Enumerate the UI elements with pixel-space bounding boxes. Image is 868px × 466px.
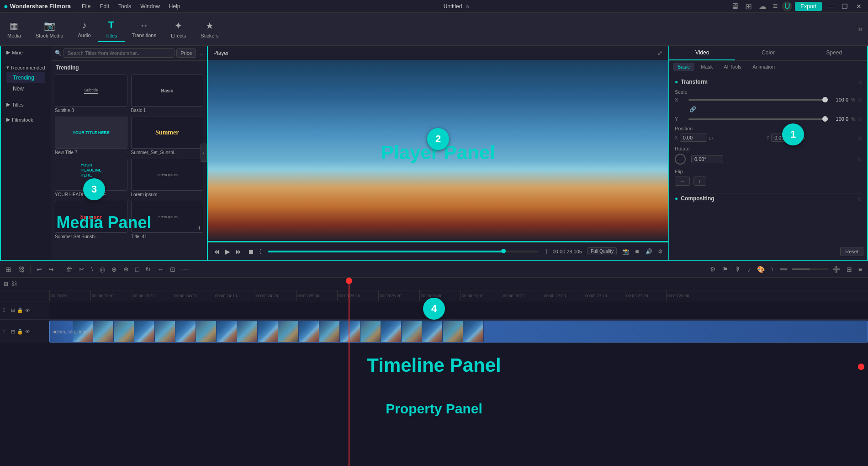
tl-redo[interactable]: ↪ [46,264,56,274]
collapse-media[interactable]: ‹ [201,144,207,162]
volume-icon[interactable]: 🔊 [646,248,652,255]
flip-h-button[interactable]: ↔ [675,177,690,186]
subtab-ai-tools[interactable]: AI Tools [719,63,746,71]
tl-menu[interactable]: ≡ [856,264,864,274]
track-lock-1[interactable]: 🔒 [17,329,23,335]
price-filter[interactable]: Price [176,48,196,58]
tl-group[interactable]: ◎ [97,264,107,274]
minimize-button[interactable]: — [825,3,836,10]
compositing-keyframe[interactable]: ◇ [858,196,862,201]
more-options[interactable]: ... [198,49,203,57]
thumb-subtitle3[interactable]: Subtitle Subtitle 3 [55,75,127,113]
scale-y-slider[interactable] [688,118,825,120]
tab-speed[interactable]: Speed [801,46,867,60]
export-button[interactable]: Export [795,2,822,11]
tool-effects[interactable]: ✦ Effects [164,17,193,41]
tl-add-track[interactable]: ⊞ [4,264,14,274]
track-eye-2[interactable]: 👁 [25,308,30,313]
progress-bar[interactable] [268,251,538,252]
zoom-out[interactable]: ➖ [778,264,790,274]
thumb-newtitle7[interactable]: YOUR TITLE HERE New Title 7 [55,117,127,155]
sidebar-new[interactable]: New [6,83,45,94]
transform-toggle[interactable]: ● [675,79,678,85]
rotate-keyframe[interactable]: ◇ [858,157,862,162]
mark-out[interactable]: } [545,249,547,254]
tl-cut[interactable]: ✂ [77,264,87,274]
rotate-input[interactable] [691,155,723,163]
zoom-slider[interactable] [792,268,828,270]
menu-tools[interactable]: Tools [115,2,135,11]
sidebar-filmstock[interactable]: ▶ Filmstock [6,117,45,123]
tool-transitions[interactable]: ↔ Transitions [125,17,164,41]
thumb-basic1[interactable]: Basic Basic 1 [131,75,204,113]
flip-v-button[interactable]: ↕ [693,177,706,186]
tl-motion[interactable]: ↔ [155,264,166,274]
tool-stickers[interactable]: ★ Stickers [193,17,226,41]
play-button[interactable]: ▶ [225,248,230,255]
subtab-mask[interactable]: Mask [696,63,717,71]
player-fullscreen-icon[interactable]: ⤢ [657,49,663,57]
maximize-button[interactable]: ❐ [839,3,851,10]
menu-file[interactable]: File [78,2,94,11]
tl-mic[interactable]: 🎙 [732,264,743,274]
compositing-toggle[interactable]: ● [675,195,678,202]
tl-stabilize[interactable]: ⊡ [168,264,178,274]
reset-button[interactable]: Reset [840,247,863,256]
transform-keyframe[interactable]: ◇ [858,80,862,85]
tool-titles[interactable]: T Titles [98,16,125,42]
scale-y-keyframe[interactable]: ◇ [858,117,862,122]
mark-in[interactable]: { [259,249,261,254]
tool-media[interactable]: ▦ Media [0,17,28,41]
tool-stock-media[interactable]: 📷 Stock Media [28,17,71,41]
subtab-animation[interactable]: Animation [748,63,779,71]
screenshot-icon[interactable]: 📸 [622,248,629,255]
tl-grid[interactable]: ⊞ [844,264,854,274]
thumb-summer2[interactable]: Summer Summer Set Sunshi... [55,201,127,239]
sidebar-trending[interactable]: Trending [6,72,45,83]
stop-button[interactable]: ⏹ [248,248,254,255]
zoom-in[interactable]: ➕ [830,264,842,274]
search-input[interactable] [64,48,175,58]
skip-back-button[interactable]: ⏮ [213,248,220,255]
sidebar-recommended-toggle[interactable]: ▾ Recommended [6,64,45,70]
menu-edit[interactable]: Edit [96,2,113,11]
tl-more[interactable]: ⋯ [180,264,191,274]
scale-lock-icon[interactable]: 🔗 [688,106,697,112]
menu-help[interactable]: Help [165,2,184,11]
track-lock-2[interactable]: 🔒 [17,307,23,313]
record-icon[interactable]: ⏺ [635,248,640,255]
scale-x-slider[interactable] [688,99,825,101]
track-add-btn-2[interactable]: ⊞ [11,307,15,313]
video-clip[interactable]: ocean, sea, beach [49,321,868,343]
tl-split2[interactable]: ⧵ [769,264,776,274]
tl-rotate[interactable]: ↻ [143,264,153,274]
thumb-title41[interactable]: Lorem ipsum ⬇ Title_41 [131,201,204,239]
tl-settings[interactable]: ⚙ [708,264,718,274]
position-x-input[interactable] [680,134,707,142]
tl-flag[interactable]: ⚑ [720,264,730,274]
sidebar-mine[interactable]: ▶ Mine [6,49,45,55]
tl-color[interactable]: 🎨 [755,264,767,274]
tl-crop[interactable]: □ [133,264,141,274]
thumb-lorem1[interactable]: Lorem ipsum Lorem ipsum [131,159,204,197]
tool-audio[interactable]: ♪ Audio [71,17,98,41]
tl-speed[interactable]: ⊕ [109,264,119,274]
track-add-icon[interactable]: ⊞ [4,281,8,287]
tab-video[interactable]: Video [669,46,735,60]
track-eye-1[interactable]: 👁 [25,329,30,334]
tab-color[interactable]: Color [735,46,801,60]
thumb-summer-sunshi[interactable]: Summer Summer_Set_Sunshi... [131,117,204,155]
tl-audio[interactable]: ♪ [745,264,753,274]
close-button[interactable]: ✕ [853,3,864,10]
track-link-icon[interactable]: ⛓ [12,281,17,287]
tl-delete[interactable]: 🗑 [64,264,75,274]
skip-fwd-button[interactable]: ⏭ [236,248,242,255]
tl-undo[interactable]: ↩ [34,264,44,274]
rotate-wheel[interactable] [675,154,686,165]
toolbar-expand[interactable]: » [852,24,868,34]
track-add-btn-1[interactable]: ⊞ [11,329,15,335]
tl-link[interactable]: ⛓ [16,264,26,274]
tl-freeze[interactable]: ❄ [121,264,131,274]
position-keyframe[interactable]: ◇ [858,135,862,140]
subtab-basic[interactable]: Basic [673,63,694,71]
